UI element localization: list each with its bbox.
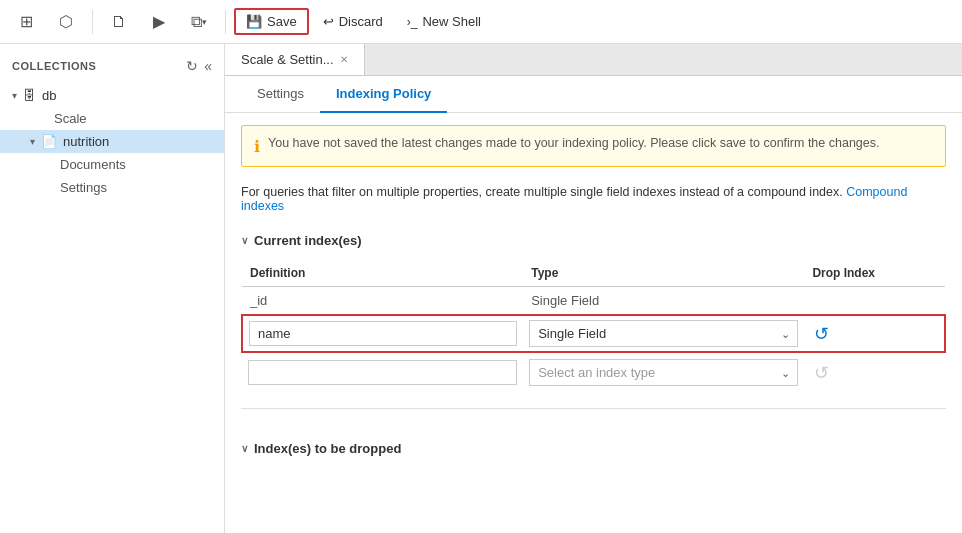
new-type-select-wrapper: Select an index type Single Field Compou… (529, 359, 798, 386)
discard-icon: ↩ (323, 14, 334, 29)
cell-id-definition: _id (242, 287, 523, 316)
sidebar-item-settings[interactable]: Settings (0, 176, 224, 199)
alert-banner: ℹ You have not saved the latest changes … (241, 125, 946, 167)
content-area: Scale & Settin... ✕ Settings Indexing Po… (225, 44, 962, 533)
cell-id-type: Single Field (523, 287, 804, 316)
cosmos-icon: ⬡ (59, 12, 73, 31)
collapse-button[interactable]: « (204, 58, 212, 74)
save-label: Save (267, 14, 297, 29)
new-shell-icon: ›_ (407, 15, 418, 29)
file-icon: 🗋 (111, 13, 127, 31)
indexing-tab-label: Indexing Policy (336, 86, 431, 101)
name-input[interactable] (249, 321, 517, 346)
scale-label: Scale (54, 111, 87, 126)
index-table: Definition Type Drop Index _id Single Fi… (241, 260, 946, 392)
info-text: For queries that filter on multiple prop… (225, 179, 962, 225)
chevron-down-icon: ▾ (202, 17, 207, 27)
info-circle-icon: ℹ (254, 137, 260, 156)
type-select-name[interactable]: Single Field Compound (529, 320, 798, 347)
split-button[interactable]: ⧉ ▾ (181, 4, 217, 40)
drop-chevron-down: ∨ (241, 443, 248, 454)
tab-bar: Scale & Settin... ✕ (225, 44, 962, 76)
type-select-wrapper: Single Field Compound ⌄ (529, 320, 798, 347)
new-shell-button[interactable]: ›_ New Shell (397, 10, 491, 33)
undo-drop-button-new[interactable]: ↺ (810, 360, 833, 386)
documents-label: Documents (60, 157, 126, 172)
new-tab-icon: ⊞ (20, 12, 33, 31)
current-indexes-label: Current index(es) (254, 233, 362, 248)
save-button[interactable]: 💾 Save (234, 8, 309, 35)
table-row-new: Select an index type Single Field Compou… (242, 352, 945, 392)
collection-icon: 📄 (41, 134, 57, 149)
sidebar-item-nutrition[interactable]: ▾ 📄 nutrition (0, 130, 224, 153)
cell-new-definition[interactable] (242, 352, 523, 392)
sidebar-header-icons: ↻ « (186, 58, 212, 74)
table-header-row: Definition Type Drop Index (242, 260, 945, 287)
run-icon: ▶ (153, 12, 165, 31)
tab-label: Scale & Settin... (241, 52, 334, 67)
tab-close-icon[interactable]: ✕ (340, 54, 348, 65)
nutrition-label: nutrition (63, 134, 109, 149)
cell-name-definition[interactable] (242, 315, 523, 352)
sub-tabs: Settings Indexing Policy (225, 76, 962, 113)
sidebar: COLLECTIONS ↻ « ▾ 🗄 db Scale ▾ 📄 (0, 44, 225, 533)
col-header-type: Type (523, 260, 804, 287)
section-header-current[interactable]: ∨ Current index(es) (241, 225, 946, 256)
new-definition-input[interactable] (248, 360, 517, 385)
table-row-id: _id Single Field (242, 287, 945, 316)
refresh-button[interactable]: ↻ (186, 58, 198, 74)
tab-scale-settings[interactable]: Scale & Settin... ✕ (225, 44, 365, 75)
cosmos-icon-button[interactable]: ⬡ (48, 4, 84, 40)
file-button[interactable]: 🗋 (101, 4, 137, 40)
tab-settings[interactable]: Settings (241, 76, 320, 113)
info-paragraph: For queries that filter on multiple prop… (241, 185, 843, 199)
col-header-definition: Definition (242, 260, 523, 287)
sidebar-title: COLLECTIONS (12, 60, 96, 72)
cell-new-drop: ↺ (804, 352, 945, 392)
chevron-down-icon-nutrition: ▾ (30, 136, 35, 147)
sidebar-item-documents[interactable]: Documents (0, 153, 224, 176)
undo-drop-button-name[interactable]: ↺ (810, 321, 833, 347)
new-shell-label: New Shell (422, 14, 481, 29)
section-chevron-down: ∨ (241, 235, 248, 246)
toolbar-divider (92, 10, 93, 34)
sidebar-item-db[interactable]: ▾ 🗄 db (0, 84, 224, 107)
tab-indexing-policy[interactable]: Indexing Policy (320, 76, 447, 113)
discard-button[interactable]: ↩ Discard (313, 10, 393, 33)
section-header-drop[interactable]: ∨ Index(es) to be dropped (241, 433, 946, 464)
save-icon: 💾 (246, 14, 262, 29)
content-panel: Settings Indexing Policy ℹ You have not … (225, 76, 962, 533)
drop-section-label: Index(es) to be dropped (254, 441, 401, 456)
sidebar-item-scale[interactable]: Scale (0, 107, 224, 130)
drop-section: ∨ Index(es) to be dropped (225, 433, 962, 480)
db-icon: 🗄 (23, 88, 36, 103)
new-tab-button[interactable]: ⊞ (8, 4, 44, 40)
split-icon: ⧉ (191, 13, 202, 31)
table-row-name: Single Field Compound ⌄ ↺ (242, 315, 945, 352)
section-divider (241, 408, 946, 409)
discard-label: Discard (339, 14, 383, 29)
settings-label: Settings (60, 180, 107, 195)
toolbar: ⊞ ⬡ 🗋 ▶ ⧉ ▾ 💾 Save ↩ Discard ›_ New Shel… (0, 0, 962, 44)
toolbar-divider-2 (225, 10, 226, 34)
new-type-select[interactable]: Select an index type Single Field Compou… (529, 359, 798, 386)
cell-name-drop: ↺ (804, 315, 945, 352)
sidebar-tree: ▾ 🗄 db Scale ▾ 📄 nutrition Documents (0, 80, 224, 203)
cell-id-drop (804, 287, 945, 316)
current-indexes-section: ∨ Current index(es) Definition Type Drop… (225, 225, 962, 392)
col-header-drop: Drop Index (804, 260, 945, 287)
cell-new-type: Select an index type Single Field Compou… (523, 352, 804, 392)
alert-message: You have not saved the latest changes ma… (268, 136, 879, 150)
chevron-down-icon: ▾ (12, 90, 17, 101)
settings-tab-label: Settings (257, 86, 304, 101)
db-label: db (42, 88, 56, 103)
sidebar-header: COLLECTIONS ↻ « (0, 52, 224, 80)
cell-name-type: Single Field Compound ⌄ (523, 315, 804, 352)
run-button[interactable]: ▶ (141, 4, 177, 40)
main-layout: COLLECTIONS ↻ « ▾ 🗄 db Scale ▾ 📄 (0, 44, 962, 533)
